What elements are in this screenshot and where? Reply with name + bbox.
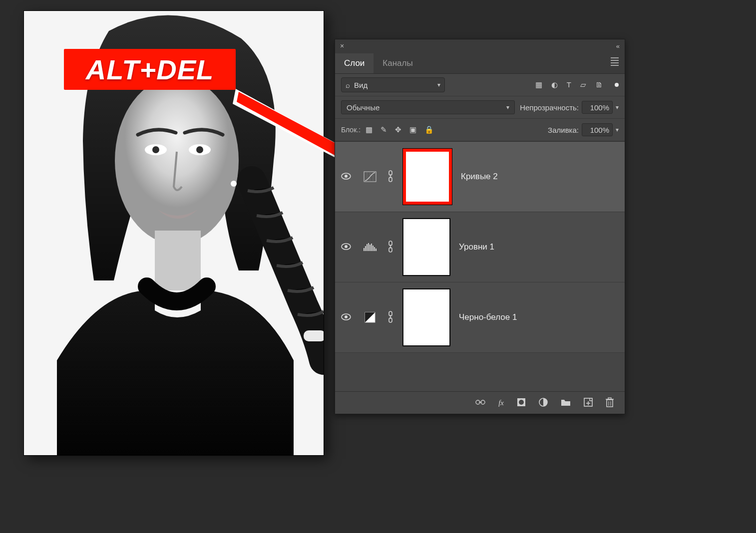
svg-point-42 <box>519 400 524 405</box>
layer-row[interactable]: Черно-белое 1 <box>335 282 625 353</box>
svg-rect-23 <box>368 243 369 251</box>
opacity-control: Непрозрачность: 100% ▾ <box>520 101 619 114</box>
layer-name[interactable]: Черно-белое 1 <box>459 312 621 322</box>
blend-row: Обычные ▾ Непрозрачность: 100% ▾ <box>335 96 625 119</box>
layer-row[interactable]: Кривые 2 <box>335 142 625 212</box>
svg-point-19 <box>345 245 348 248</box>
chevron-down-icon[interactable]: ▾ <box>616 104 619 111</box>
visibility-toggle[interactable] <box>339 243 353 252</box>
eye-icon <box>341 243 351 250</box>
panel-titlebar: × « <box>335 39 625 52</box>
layers-list[interactable]: Кривые 2 Уровни 1 <box>335 141 625 392</box>
layer-name[interactable]: Уровни 1 <box>459 242 621 252</box>
panel-menu-icon[interactable] <box>611 57 619 66</box>
search-icon: ⌕ <box>346 81 350 89</box>
tab-layers[interactable]: Слои <box>335 53 374 73</box>
blackwhite-icon <box>362 311 378 323</box>
shortcut-text: ALT+DEL <box>86 53 214 86</box>
layer-mask-thumb[interactable] <box>403 289 450 346</box>
svg-rect-49 <box>608 398 611 399</box>
svg-rect-2 <box>155 231 201 290</box>
layer-filter-icons: ▦ ◐ T ▱ 🗎 <box>535 80 603 89</box>
kind-label: Вид <box>354 81 368 89</box>
svg-rect-20 <box>364 248 365 251</box>
svg-rect-21 <box>365 246 366 251</box>
collapse-icon[interactable]: « <box>616 42 620 50</box>
lock-row: Блок.: ▩ ✎ ✥ ▣ 🔒 Заливка: 100% ▾ <box>335 119 625 141</box>
svg-rect-7 <box>304 330 324 341</box>
filter-toggle[interactable] <box>615 83 619 87</box>
svg-rect-24 <box>370 245 371 251</box>
layer-kind-select[interactable]: ⌕ Вид ▾ <box>341 77 445 92</box>
fill-value[interactable]: 100% <box>582 123 613 136</box>
svg-rect-22 <box>367 244 368 251</box>
svg-point-33 <box>345 315 348 318</box>
new-layer-icon[interactable] <box>584 398 593 408</box>
link-icon[interactable] <box>387 170 394 184</box>
tab-channels[interactable]: Каналы <box>374 53 421 73</box>
eye-icon <box>341 313 351 320</box>
filter-adjust-icon[interactable]: ◐ <box>551 80 558 89</box>
visibility-toggle[interactable] <box>339 313 353 322</box>
link-icon[interactable] <box>387 240 394 255</box>
new-group-icon[interactable] <box>561 398 571 408</box>
svg-rect-47 <box>607 400 613 407</box>
lock-transparency-icon[interactable]: ▩ <box>366 125 373 134</box>
blend-mode-select[interactable]: Обычные ▾ <box>341 100 515 114</box>
fx-icon[interactable]: fx <box>498 399 504 407</box>
svg-point-8 <box>231 181 237 187</box>
panel-footer: fx <box>335 392 625 414</box>
chevron-down-icon: ▾ <box>437 81 440 88</box>
lock-all-icon[interactable]: 🔒 <box>424 125 434 134</box>
shortcut-overlay: ALT+DEL <box>64 49 236 90</box>
blend-mode-label: Обычные <box>347 103 379 112</box>
curves-icon <box>362 171 378 183</box>
fill-label: Заливка: <box>548 126 579 134</box>
svg-point-6 <box>196 146 203 153</box>
app-stage: ALT+DEL × « Слои Каналы ⌕ Вид <box>0 0 756 533</box>
link-icon[interactable] <box>387 310 394 325</box>
svg-rect-26 <box>373 246 374 251</box>
opacity-value[interactable]: 100% <box>582 101 613 114</box>
filter-type-icon[interactable]: T <box>567 80 571 89</box>
layer-mask-thumb[interactable] <box>403 219 450 275</box>
add-mask-icon[interactable] <box>517 398 526 408</box>
svg-point-10 <box>345 175 348 178</box>
lock-move-icon[interactable]: ✥ <box>395 125 401 134</box>
link-layers-icon[interactable] <box>475 399 485 407</box>
close-icon[interactable]: × <box>340 42 344 50</box>
filter-pixel-icon[interactable]: ▦ <box>535 80 542 89</box>
svg-rect-25 <box>371 244 372 251</box>
opacity-label: Непрозрачность: <box>520 103 579 112</box>
trash-icon[interactable] <box>606 397 614 409</box>
layer-row[interactable]: Уровни 1 <box>335 212 625 282</box>
layer-name[interactable]: Кривые 2 <box>461 172 621 182</box>
filter-shape-icon[interactable]: ▱ <box>580 80 586 89</box>
lock-brush-icon[interactable]: ✎ <box>380 125 387 134</box>
layers-panel: × « Слои Каналы ⌕ Вид ▾ ▦ ◐ T ▱ 🗎 <box>335 39 625 414</box>
visibility-toggle[interactable] <box>339 173 353 181</box>
chevron-down-icon[interactable]: ▾ <box>616 126 619 133</box>
svg-rect-27 <box>374 247 375 251</box>
add-adjustment-icon[interactable] <box>539 398 548 408</box>
svg-point-4 <box>152 146 159 153</box>
lock-artboard-icon[interactable]: ▣ <box>409 125 416 134</box>
filter-row: ⌕ Вид ▾ ▦ ◐ T ▱ 🗎 <box>335 74 625 96</box>
eye-icon <box>341 173 351 180</box>
chevron-down-icon: ▾ <box>506 104 509 111</box>
panel-tabs: Слои Каналы <box>335 52 625 74</box>
svg-rect-28 <box>376 249 377 251</box>
lock-icons: ▩ ✎ ✥ ▣ 🔒 <box>366 125 434 134</box>
lock-label: Блок.: <box>341 126 361 134</box>
filter-smart-icon[interactable]: 🗎 <box>595 80 603 89</box>
levels-icon <box>362 241 378 253</box>
layer-mask-thumb[interactable] <box>403 149 452 205</box>
fill-control: Заливка: 100% ▾ <box>548 123 619 136</box>
